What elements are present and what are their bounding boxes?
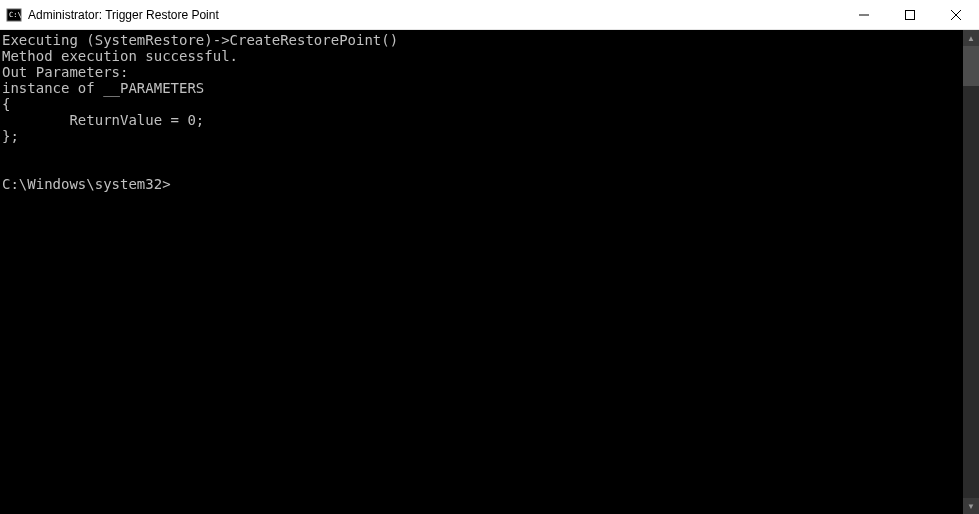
console-line: instance of __PARAMETERS	[2, 80, 204, 96]
console-area[interactable]: Executing (SystemRestore)->CreateRestore…	[0, 30, 979, 514]
vertical-scrollbar[interactable]: ▲ ▼	[963, 30, 979, 514]
console-prompt: C:\Windows\system32>	[2, 176, 171, 192]
scroll-down-arrow[interactable]: ▼	[963, 498, 979, 514]
close-icon	[951, 10, 961, 20]
console-line: {	[2, 96, 10, 112]
window-title: Administrator: Trigger Restore Point	[28, 8, 219, 22]
console-line: };	[2, 128, 19, 144]
console-line: ReturnValue = 0;	[2, 112, 204, 128]
maximize-button[interactable]	[887, 0, 933, 29]
console-line: Method execution successful.	[2, 48, 238, 64]
console-output: Executing (SystemRestore)->CreateRestore…	[0, 30, 963, 514]
titlebar: C:\ Administrator: Trigger Restore Point	[0, 0, 979, 30]
window-controls	[841, 0, 979, 29]
maximize-icon	[905, 10, 915, 20]
minimize-icon	[859, 10, 869, 20]
titlebar-left: C:\ Administrator: Trigger Restore Point	[0, 7, 841, 23]
scroll-up-arrow[interactable]: ▲	[963, 30, 979, 46]
console-line: Out Parameters:	[2, 64, 128, 80]
minimize-button[interactable]	[841, 0, 887, 29]
svg-text:C:\: C:\	[9, 11, 22, 19]
console-line: Executing (SystemRestore)->CreateRestore…	[2, 32, 398, 48]
scroll-thumb[interactable]	[963, 46, 979, 86]
svg-rect-3	[906, 10, 915, 19]
cmd-icon: C:\	[6, 7, 22, 23]
close-button[interactable]	[933, 0, 979, 29]
